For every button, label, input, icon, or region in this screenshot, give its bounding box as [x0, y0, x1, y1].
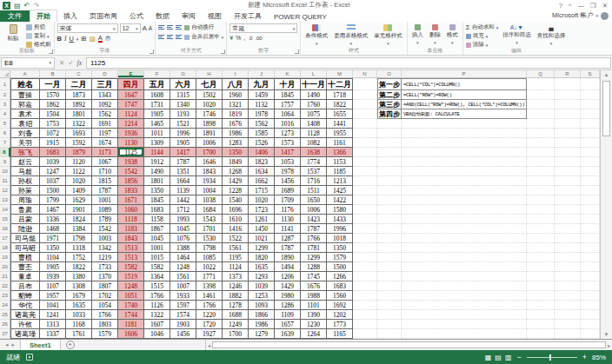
cell-O12[interactable]	[377, 186, 402, 195]
undo-icon[interactable]: ↶	[24, 2, 30, 10]
fill-color-button[interactable]: ▨	[90, 35, 96, 43]
value-cell-赵云-八月[interactable]: 1849	[223, 157, 249, 167]
name-cell-诸葛瑾[interactable]: 诸葛瑾	[10, 329, 40, 339]
value-cell-吕蒙-四月[interactable]: 1118	[118, 215, 144, 224]
value-cell-吕布-九月[interactable]: 1039	[249, 281, 275, 291]
cell-P6[interactable]	[402, 129, 527, 138]
cell-P15[interactable]	[402, 215, 527, 224]
column-header-M[interactable]: M	[327, 70, 353, 77]
sort-filter-button[interactable]: A↓▼ 排序和筛选▾	[501, 23, 533, 46]
value-cell-诸葛瑾-十月[interactable]: 1639	[275, 329, 301, 339]
cell-O5[interactable]	[377, 119, 402, 129]
value-cell-刘备-二月[interactable]: 1693	[66, 129, 92, 138]
value-cell-刘备-六月[interactable]: 1996	[170, 129, 196, 138]
value-cell-董卓-四月[interactable]: 1519	[118, 272, 144, 281]
value-cell-曹操-八月[interactable]: 1960	[223, 90, 249, 100]
value-cell-周瑜-一月[interactable]: 1799	[40, 195, 66, 205]
value-cell-华佗-六月[interactable]: 1597	[170, 301, 196, 310]
value-cell-孙权-二月[interactable]: 1020	[66, 176, 92, 186]
value-cell-曹丕-五月[interactable]: 1582	[144, 262, 170, 272]
value-cell-关羽-七月[interactable]: 1006	[196, 138, 223, 148]
cell-R21[interactable]	[555, 272, 581, 281]
cell-S14[interactable]	[581, 205, 600, 215]
cell-P27[interactable]	[402, 329, 527, 339]
column-header-H[interactable]: H	[196, 70, 223, 77]
value-cell-貂蝉-三月[interactable]: 1702	[92, 291, 118, 301]
row-header-19[interactable]: 19	[0, 253, 10, 262]
value-cell-吕蒙-八月[interactable]: 1610	[223, 215, 249, 224]
value-cell-诸葛瑾-五月[interactable]: 1046	[144, 329, 170, 339]
value-cell-曹植-七月[interactable]: 1085	[196, 253, 223, 262]
value-cell-周瑜-九月[interactable]: 1020	[249, 195, 275, 205]
value-cell-诸葛亮-一月[interactable]: 1241	[40, 310, 66, 320]
value-cell-曹丕-九月[interactable]: 1635	[249, 262, 275, 272]
cell-O19[interactable]	[377, 253, 402, 262]
value-cell-司马懿-七月[interactable]: 1530	[196, 234, 223, 243]
value-cell-张飞-八月[interactable]: 1350	[223, 148, 249, 157]
row-header-2[interactable]: 2	[0, 90, 10, 100]
cell-S22[interactable]	[581, 281, 600, 291]
cell-P13[interactable]	[402, 195, 527, 205]
value-cell-周瑜-十月[interactable]: 1709	[275, 195, 301, 205]
cell-S5[interactable]	[581, 119, 600, 129]
value-cell-貂蝉-六月[interactable]: 1933	[170, 291, 196, 301]
cell-P11[interactable]	[402, 176, 527, 186]
value-cell-孙策-九月[interactable]: 1715	[249, 186, 275, 195]
name-cell-诸葛亮[interactable]: 诸葛亮	[10, 310, 40, 320]
cell-R14[interactable]	[555, 205, 581, 215]
cell-R26[interactable]	[555, 320, 581, 329]
value-cell-诸葛亮-四月[interactable]: 1744	[118, 310, 144, 320]
grow-font-button[interactable]: A	[143, 24, 147, 32]
value-cell-董卓-一月[interactable]: 1939	[40, 272, 66, 281]
row-header-3[interactable]: 3	[0, 100, 10, 109]
value-cell-曹操-十月[interactable]: 1845	[275, 90, 301, 100]
name-cell-袁绍[interactable]: 袁绍	[10, 119, 40, 129]
macro-record-icon[interactable]	[26, 354, 33, 361]
cell-P5[interactable]	[402, 119, 527, 129]
cell-Q23[interactable]	[527, 291, 555, 301]
value-cell-貂蝉-五月[interactable]: 1766	[144, 291, 170, 301]
cell-P18[interactable]	[402, 243, 527, 253]
value-cell-吕蒙-九月[interactable]: 1261	[249, 215, 275, 224]
conditional-formatting-button[interactable]: 条件格式▾	[303, 23, 329, 47]
cell-N5[interactable]	[353, 119, 377, 129]
value-cell-曹丕-十一月[interactable]: 1288	[301, 262, 327, 272]
cell-S18[interactable]	[581, 243, 600, 253]
name-cell-袁术[interactable]: 袁术	[10, 109, 40, 119]
value-cell-司马昭-十月[interactable]: 1787	[275, 243, 301, 253]
table-header-十一月[interactable]: 十一月	[301, 78, 327, 90]
cell-S12[interactable]	[581, 186, 600, 195]
column-header-O[interactable]: O	[377, 70, 402, 77]
value-cell-曹丕-十月[interactable]: 1494	[275, 262, 301, 272]
name-cell-许攸[interactable]: 许攸	[10, 320, 40, 329]
cell-O14[interactable]	[377, 205, 402, 215]
value-cell-马超-七月[interactable]: 1843	[196, 167, 223, 176]
value-cell-周瑜-二月[interactable]: 1629	[66, 195, 92, 205]
name-cell-赵云[interactable]: 赵云	[10, 157, 40, 167]
save-icon[interactable]: ▤	[14, 2, 21, 10]
value-cell-袁术-十二月[interactable]: 1655	[327, 109, 353, 119]
value-cell-吕蒙-六月[interactable]: 1993	[170, 215, 196, 224]
value-cell-张飞-一月[interactable]: 1683	[40, 148, 66, 157]
value-cell-马超-九月[interactable]: 1634	[249, 167, 275, 176]
value-cell-吕布-五月[interactable]: 1515	[144, 281, 170, 291]
cell-S7[interactable]	[581, 138, 600, 148]
value-cell-曹植-六月[interactable]: 1464	[170, 253, 196, 262]
cell-N22[interactable]	[353, 281, 377, 291]
row-header-10[interactable]: 10	[0, 167, 10, 176]
value-cell-袁绍-一月[interactable]: 1753	[40, 119, 66, 129]
name-cell-华佗[interactable]: 华佗	[10, 301, 40, 310]
name-cell-吕蒙[interactable]: 吕蒙	[10, 215, 40, 224]
value-cell-孙策-二月[interactable]: 1409	[66, 186, 92, 195]
value-cell-许攸-九月[interactable]: 1986	[249, 320, 275, 329]
value-cell-司马昭-五月[interactable]: 1001	[144, 243, 170, 253]
tab-视图[interactable]: 视图	[202, 10, 228, 22]
value-cell-诸葛亮-六月[interactable]: 1574	[170, 310, 196, 320]
insert-cells-button[interactable]: 插入▾	[410, 23, 425, 46]
cell-O7[interactable]	[377, 138, 402, 148]
value-cell-司马懿-十二月[interactable]: 1018	[327, 234, 353, 243]
cell-N10[interactable]	[353, 167, 377, 176]
cell-O11[interactable]	[377, 176, 402, 186]
align-right-icon[interactable]	[176, 35, 182, 39]
cell-R15[interactable]	[555, 215, 581, 224]
